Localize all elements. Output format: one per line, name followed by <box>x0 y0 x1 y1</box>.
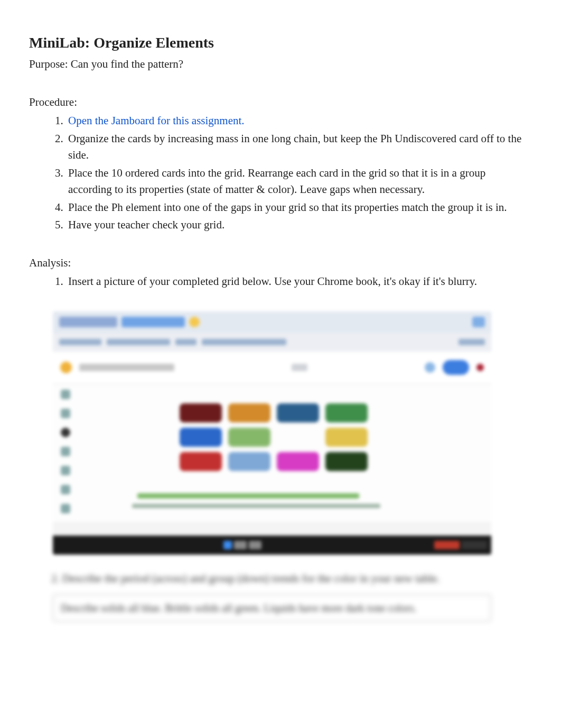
inserted-screenshot <box>53 311 491 555</box>
procedure-list: Open the Jamboard for this assignment. O… <box>29 113 532 234</box>
browser-tabs <box>53 311 491 333</box>
procedure-item: Place the Ph element into one of the gap… <box>66 199 532 216</box>
annotation-line <box>137 493 359 499</box>
jamboard-canvas <box>53 384 491 522</box>
analysis-label: Analysis: <box>29 255 532 272</box>
browser-tab <box>59 317 117 327</box>
tool-icon <box>61 485 70 494</box>
browser-tab <box>121 317 185 327</box>
tool-sidebar <box>58 390 73 513</box>
analysis-question-blurred: 2. Describe the period (across) and grou… <box>29 570 532 587</box>
element-card <box>277 452 319 471</box>
tool-icon <box>61 466 70 475</box>
lightbulb-icon <box>189 317 200 327</box>
procedure-label: Procedure: <box>29 94 532 111</box>
element-card <box>228 403 270 422</box>
url-segment <box>175 339 197 345</box>
share-button <box>443 360 469 375</box>
purpose-line: Purpose: Can you find the pattern? <box>29 56 532 73</box>
element-card <box>277 403 319 422</box>
analysis-item: Insert a picture of your completed grid … <box>66 273 532 290</box>
jamboard-toolbar <box>53 352 491 384</box>
taskbar-item <box>434 541 460 549</box>
user-avatar-icon <box>425 362 435 373</box>
procedure-item: Have your teacher check your grid. <box>66 217 532 234</box>
tool-icon <box>61 504 70 513</box>
element-card <box>228 428 270 447</box>
url-segment <box>59 339 101 345</box>
frame-nav <box>292 364 307 371</box>
taskbar-item <box>249 541 261 549</box>
jamboard-icon <box>60 362 72 373</box>
element-card <box>228 452 270 471</box>
element-card-grid <box>180 403 368 471</box>
element-card <box>180 452 222 471</box>
url-segment <box>459 339 485 345</box>
taskbar <box>53 536 491 555</box>
analysis-list: Insert a picture of your completed grid … <box>29 273 532 290</box>
browser-urlbar <box>53 333 491 352</box>
taskbar-item <box>234 541 247 549</box>
url-segment <box>202 339 286 345</box>
element-card <box>180 428 222 447</box>
answer-box-blurred: Describe solids all blue. Brittle solids… <box>53 594 491 622</box>
annotation-line <box>132 504 380 508</box>
tool-icon <box>61 428 70 437</box>
procedure-item: Place the 10 ordered cards into the grid… <box>66 165 532 198</box>
taskbar-item <box>223 541 232 549</box>
element-card-gap <box>277 428 319 447</box>
jamboard-title <box>79 364 174 371</box>
procedure-item: Organize the cards by increasing mass in… <box>66 131 532 164</box>
menu-icon <box>476 364 484 371</box>
camera-icon <box>472 317 485 327</box>
procedure-item: Open the Jamboard for this assignment. <box>66 113 532 130</box>
element-card <box>325 452 368 471</box>
element-card <box>180 403 222 422</box>
taskbar-item <box>462 541 487 549</box>
element-card <box>325 403 368 422</box>
tool-icon <box>61 447 70 456</box>
tool-icon <box>61 409 70 418</box>
url-segment <box>107 339 170 345</box>
tool-icon <box>61 390 70 399</box>
element-card <box>325 428 368 447</box>
jamboard-link[interactable]: Open the Jamboard for this assignment. <box>68 114 245 127</box>
page-title: MiniLab: Organize Elements <box>29 32 532 54</box>
